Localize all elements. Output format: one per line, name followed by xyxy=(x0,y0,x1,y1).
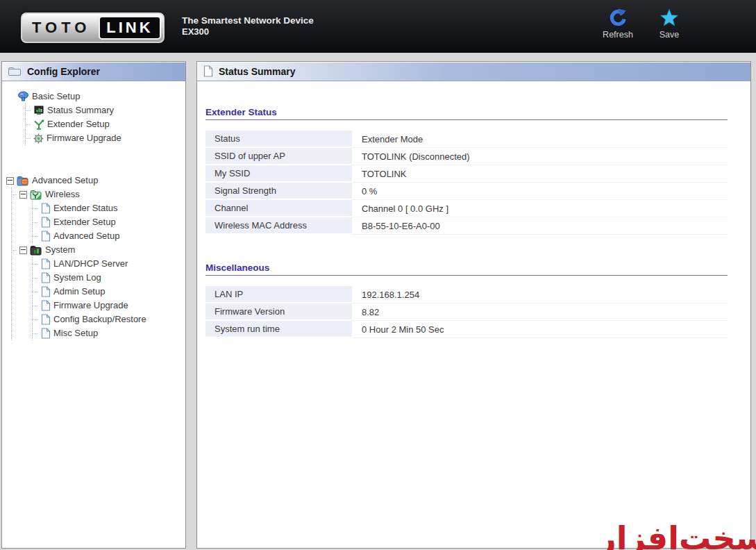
page-icon xyxy=(40,231,51,242)
sidebar-item-label: LAN/DHCP Server xyxy=(53,257,128,271)
sidebar-item-label: Advanced Setup xyxy=(32,174,98,188)
row-value: B8-55-10-E6-A0-00 xyxy=(352,217,728,235)
table-row: Firmware Version 8.82 xyxy=(205,303,728,321)
table-row: Status Extender Mode xyxy=(205,131,728,148)
page-icon xyxy=(40,272,51,283)
sidebar-item-firmware-upgrade[interactable]: Firmware Upgrade xyxy=(26,131,185,145)
page-icon xyxy=(40,203,51,214)
miscellaneous-table: LAN IP 192.168.1.254 Firmware Version 8.… xyxy=(205,286,728,338)
main-header: Status Summary xyxy=(197,62,750,81)
sidebar-item-wireless[interactable]: Wireless xyxy=(12,188,185,201)
sidebar-item-label: Advanced Setup xyxy=(53,229,119,243)
sidebar-item-label: System Log xyxy=(53,271,101,285)
extender-status-table: Status Extender Mode SSID of upper AP TO… xyxy=(205,131,728,235)
sidebar-item-label: Basic Setup xyxy=(32,90,80,103)
device-tagline: The Smartest Network Device EX300 xyxy=(182,15,314,37)
sidebar-item-label: Firmware Upgrade xyxy=(47,131,121,145)
row-label: Channel xyxy=(205,200,352,217)
device-model: EX300 xyxy=(182,26,314,37)
row-value: 192.168.1.254 xyxy=(352,286,728,303)
advanced-setup-icon xyxy=(17,176,29,186)
config-tree: Basic Setup Status Summary xyxy=(2,81,185,340)
sidebar-item-label: Wireless xyxy=(45,188,80,201)
row-label: Signal Strength xyxy=(205,183,352,200)
sidebar-item-label: Admin Setup xyxy=(53,285,105,299)
save-star-icon xyxy=(660,8,679,28)
row-label: Firmware Version xyxy=(205,303,352,321)
sidebar-item-label: Status Summary xyxy=(47,103,114,117)
sidebar-item-lan-dhcp-server[interactable]: LAN/DHCP Server xyxy=(33,257,185,271)
row-label: SSID of upper AP xyxy=(205,148,352,165)
sidebar-item-firmware-upgrade-system[interactable]: Firmware Upgrade xyxy=(33,299,185,312)
wireless-children: Extender Status Extender Setup xyxy=(32,201,185,243)
logo-link-text: LINK xyxy=(99,16,160,40)
sidebar-item-basic-setup[interactable]: Basic Setup xyxy=(5,90,185,103)
page-title: Status Summary xyxy=(219,66,295,77)
sidebar-item-config-backup-restore[interactable]: Config Backup/Restore xyxy=(33,312,185,326)
collapse-expander-icon[interactable] xyxy=(6,177,14,185)
sidebar-item-label: Extender Setup xyxy=(53,215,116,229)
refresh-label: Refresh xyxy=(603,30,633,40)
sidebar-item-system-log[interactable]: System Log xyxy=(33,271,185,285)
row-label: System run time xyxy=(205,321,352,338)
row-value: Channel 0 [ 0.0 GHz ] xyxy=(352,200,728,217)
table-row: Signal Strength 0 % xyxy=(205,183,728,200)
row-value: 0 % xyxy=(352,183,728,200)
gear-icon xyxy=(33,133,44,144)
antenna-icon xyxy=(33,119,44,130)
table-row: System run time 0 Hour 2 Min 50 Sec xyxy=(205,321,728,338)
row-label: My SSID xyxy=(205,165,352,183)
table-row: My SSID TOTOLINK xyxy=(205,165,728,183)
sidebar-item-label: Config Backup/Restore xyxy=(53,312,146,326)
collapse-expander-icon[interactable] xyxy=(19,191,27,199)
sidebar-item-admin-setup[interactable]: Admin Setup xyxy=(33,285,185,299)
page-icon xyxy=(40,258,51,269)
header-actions: Refresh Save xyxy=(597,8,690,40)
table-row: SSID of upper AP TOTOLINK (Disconnected) xyxy=(205,148,728,165)
row-value: TOTOLINK xyxy=(352,165,728,183)
row-value: Extender Mode xyxy=(352,131,728,148)
section-title-extender-status: Extender Status xyxy=(205,107,728,120)
row-value: 0 Hour 2 Min 50 Sec xyxy=(352,321,728,338)
sidebar-item-advanced-setup-wireless[interactable]: Advanced Setup xyxy=(33,229,185,243)
totolink-logo: TOTO LINK xyxy=(21,12,165,43)
basic-setup-icon xyxy=(17,91,29,102)
sidebar-item-extender-setup[interactable]: Extender Setup xyxy=(26,117,185,131)
logo-toto-text: TOTO xyxy=(22,14,99,42)
row-label: Wireless MAC Address xyxy=(205,217,352,235)
sidebar-item-extender-setup-adv[interactable]: Extender Setup xyxy=(33,215,185,229)
page-icon xyxy=(40,328,51,339)
tree-spacer xyxy=(5,145,185,174)
sidebar-item-status-summary[interactable]: Status Summary xyxy=(26,103,185,117)
sidebar-header: Config Explorer xyxy=(2,62,185,81)
page-icon xyxy=(40,300,51,311)
refresh-icon xyxy=(608,8,628,28)
sidebar-item-label: Firmware Upgrade xyxy=(53,299,128,312)
tagline-line1: The Smartest Network Device xyxy=(182,15,314,26)
row-value: TOTOLINK (Disconnected) xyxy=(352,148,728,165)
table-row: Wireless MAC Address B8-55-10-E6-A0-00 xyxy=(205,217,728,235)
page-icon xyxy=(40,314,51,325)
sidebar-item-extender-status[interactable]: Extender Status xyxy=(33,201,185,215)
row-label: Status xyxy=(205,131,352,148)
table-row: Channel Channel 0 [ 0.0 GHz ] xyxy=(205,200,728,217)
sidebar-item-system[interactable]: System xyxy=(12,243,185,257)
advanced-setup-children: Wireless Extender Status xyxy=(11,188,185,340)
table-row: LAN IP 192.168.1.254 xyxy=(205,286,728,303)
save-label: Save xyxy=(660,30,680,40)
row-label: LAN IP xyxy=(205,286,352,303)
sakhtafzar-watermark: سخت‌افزار xyxy=(598,519,756,550)
sidebar-item-advanced-setup[interactable]: Advanced Setup xyxy=(5,174,185,188)
sidebar-item-label: System xyxy=(45,243,75,257)
document-icon xyxy=(203,65,213,77)
main-content: Extender Status Status Extender Mode SSI… xyxy=(197,107,750,338)
save-button[interactable]: Save xyxy=(648,8,690,40)
page-icon xyxy=(40,217,51,228)
basic-setup-children: Status Summary Extender Setup xyxy=(25,103,185,145)
system-children: LAN/DHCP Server System Log xyxy=(32,257,185,340)
refresh-button[interactable]: Refresh xyxy=(597,8,639,40)
collapse-expander-icon[interactable] xyxy=(19,247,27,254)
system-folder-icon xyxy=(30,245,42,256)
sidebar-item-label: Extender Status xyxy=(53,201,118,215)
sidebar-item-misc-setup[interactable]: Misc Setup xyxy=(33,326,185,340)
